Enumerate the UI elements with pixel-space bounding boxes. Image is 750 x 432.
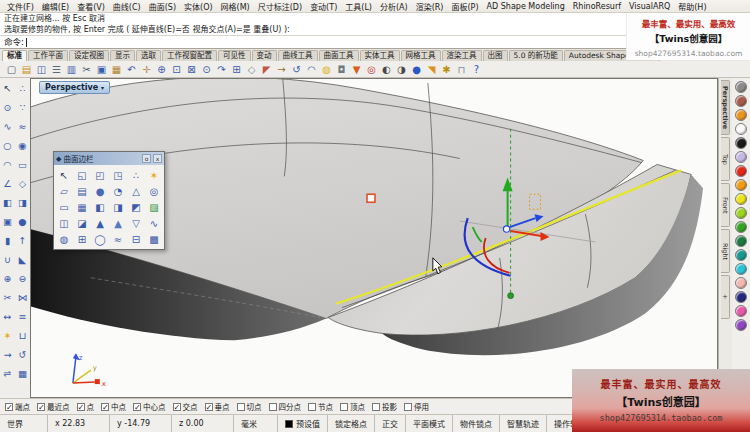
- earth-globe-icon[interactable]: ●: [409, 62, 424, 77]
- menu-item[interactable]: 工具(L): [341, 1, 376, 12]
- color-swatch[interactable]: [735, 123, 747, 135]
- select-icon[interactable]: ↖: [0, 79, 15, 98]
- move-icon[interactable]: →: [0, 345, 15, 364]
- copy-icon[interactable]: ▣: [94, 62, 109, 77]
- color-swatch[interactable]: [735, 277, 747, 289]
- status-toggle[interactable]: 平面模式: [406, 415, 453, 432]
- viewport-tab[interactable]: Top: [721, 137, 730, 181]
- paste-icon[interactable]: ▦: [109, 62, 124, 77]
- offset-surface-icon[interactable]: ⊟: [127, 231, 145, 247]
- cylinder-icon[interactable]: ▮: [0, 231, 15, 250]
- display-bulb-icon[interactable]: ◍: [319, 62, 334, 77]
- point-grid-icon[interactable]: ▩: [145, 231, 163, 247]
- surface-2pt-icon[interactable]: ◱: [73, 167, 91, 183]
- link-surface-icon[interactable]: ⊓: [454, 62, 469, 77]
- zoom-window-icon[interactable]: ⊡: [169, 62, 184, 77]
- rotate-view-icon[interactable]: ↺: [289, 62, 304, 77]
- color-swatch[interactable]: [735, 207, 747, 219]
- print-icon[interactable]: ☰: [49, 62, 64, 77]
- color-swatch[interactable]: [735, 137, 747, 149]
- menu-item[interactable]: AD Shape Modeling: [483, 2, 569, 11]
- osnap-checkbox[interactable]: [5, 403, 13, 411]
- color-swatch[interactable]: [735, 151, 747, 163]
- explode-icon[interactable]: ✶: [0, 326, 15, 345]
- color-swatch[interactable]: [735, 109, 747, 121]
- osnap-toggle[interactable]: 最近点: [37, 401, 70, 412]
- viewport-tab[interactable]: +: [721, 275, 730, 319]
- menu-item[interactable]: 曲面(S): [145, 1, 180, 12]
- notify-flag-icon[interactable]: ◥: [424, 62, 439, 77]
- perspective-viewport[interactable]: z y x Perspective ▾ ◆ 曲面边栏 o: [30, 78, 718, 398]
- torus-icon[interactable]: ◎: [145, 183, 163, 199]
- menu-item[interactable]: 实体(O): [180, 1, 217, 12]
- rect-plane-icon[interactable]: ▭: [55, 199, 73, 215]
- extrude-along-curve-icon[interactable]: ◨: [109, 199, 127, 215]
- osnap-checkbox[interactable]: [237, 403, 245, 411]
- current-layer[interactable]: 预设值: [278, 415, 328, 432]
- osnap-toggle[interactable]: 投影: [372, 401, 397, 412]
- extrude-straight-icon[interactable]: ◧: [91, 199, 109, 215]
- pan-icon[interactable]: ✛: [139, 62, 154, 77]
- menu-item[interactable]: 文件(F): [3, 1, 38, 12]
- cplane-indicator[interactable]: 世界: [0, 415, 48, 432]
- osnap-toggle[interactable]: 交点: [173, 401, 198, 412]
- new-file-icon[interactable]: ▢: [4, 62, 19, 77]
- surface-corner-points-icon[interactable]: ◳: [109, 167, 127, 183]
- point-cloud-icon[interactable]: ∵: [15, 98, 30, 117]
- patch-icon[interactable]: ◍: [55, 231, 73, 247]
- color-swatch[interactable]: [735, 263, 747, 275]
- join-icon[interactable]: ⊔: [15, 326, 30, 345]
- toolbar-tab[interactable]: 实体工具: [360, 50, 400, 61]
- trim-icon[interactable]: ✂: [0, 288, 15, 307]
- unroll-surface-icon[interactable]: ✶: [145, 167, 163, 183]
- mirror-icon[interactable]: ⇌: [0, 364, 15, 383]
- extend-icon[interactable]: ↔: [0, 307, 15, 326]
- toolbar-tab[interactable]: 显示: [110, 50, 135, 61]
- blend-surface-icon[interactable]: ∿: [145, 215, 163, 231]
- arc-icon[interactable]: ◠: [0, 155, 15, 174]
- osnap-checkbox[interactable]: [101, 403, 109, 411]
- interpolate-curve-icon[interactable]: ≈: [15, 117, 30, 136]
- toolbar-tab[interactable]: 5.0 的新功能: [509, 50, 563, 61]
- boolean-union-icon[interactable]: ⊕: [0, 269, 15, 288]
- loft-icon[interactable]: ◨: [15, 193, 30, 212]
- split-icon[interactable]: ⋈: [15, 288, 30, 307]
- fillet-icon[interactable]: ∪: [0, 250, 15, 269]
- curve-end-point[interactable]: [508, 293, 514, 299]
- plane-icon[interactable]: ▱: [55, 183, 73, 199]
- units-indicator[interactable]: 毫米: [234, 415, 278, 432]
- select-icon[interactable]: ↖: [55, 167, 73, 183]
- toolbar-tab[interactable]: 曲线工具: [278, 50, 318, 61]
- gumball-origin[interactable]: [503, 226, 509, 232]
- heightfield-icon[interactable]: ▨: [145, 199, 163, 215]
- menu-item[interactable]: 变动(T): [306, 1, 341, 12]
- osnap-checkbox[interactable]: [173, 403, 181, 411]
- picture-frame-icon[interactable]: ▤: [73, 183, 91, 199]
- deformable-plane-icon[interactable]: ▦: [73, 199, 91, 215]
- menu-item[interactable]: 编辑(E): [38, 1, 73, 12]
- zoom-selected-icon[interactable]: ⊙: [199, 62, 214, 77]
- color-swatch[interactable]: [735, 291, 747, 303]
- toolbar-tab[interactable]: 工作视窗配置: [162, 50, 217, 61]
- osnap-toggle[interactable]: 端点: [5, 401, 30, 412]
- save-icon[interactable]: ◫: [34, 62, 49, 77]
- polyline-icon[interactable]: ∠: [0, 174, 15, 193]
- surface-sidebar-panel[interactable]: ◆ 曲面边栏 o x ↖◱◰◳∴✶▱▤●◔△◎▭▦◧◨◩▨◫◪▲▲▽∿◍⊞◯≈⊟…: [53, 151, 165, 250]
- rail-revolve-icon[interactable]: ▽: [127, 215, 145, 231]
- object-snap-icon[interactable]: ◇: [244, 62, 259, 77]
- redo-view-icon[interactable]: ↷: [214, 62, 229, 77]
- selected-point-marker[interactable]: [367, 194, 375, 202]
- sweep-2-rails-icon[interactable]: ▲: [91, 215, 109, 231]
- osnap-toggle[interactable]: 切点: [237, 401, 262, 412]
- osnap-checkbox[interactable]: [308, 403, 316, 411]
- color-swatch[interactable]: [735, 179, 747, 191]
- zoom-extents-icon[interactable]: ⊠: [184, 62, 199, 77]
- osnap-checkbox[interactable]: [372, 403, 380, 411]
- menu-item[interactable]: VisualARQ: [625, 2, 674, 11]
- toolbar-tab[interactable]: 设定视图: [69, 50, 109, 61]
- tween-surface-icon[interactable]: ≈: [109, 231, 127, 247]
- osnap-checkbox[interactable]: [205, 403, 213, 411]
- rectangle-icon[interactable]: ▭: [15, 155, 30, 174]
- move-icon[interactable]: →: [274, 62, 289, 77]
- polygon-icon[interactable]: ◇: [15, 174, 30, 193]
